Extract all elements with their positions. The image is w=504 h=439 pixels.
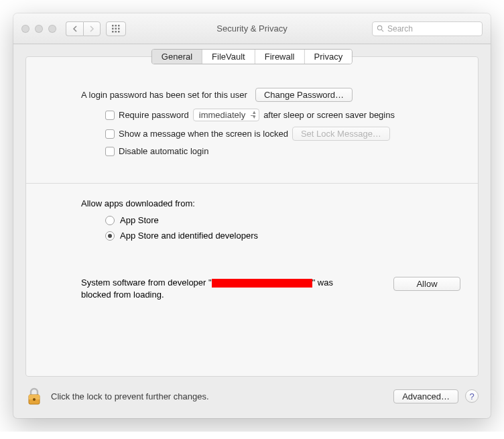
show-all-button[interactable] [106, 21, 126, 36]
svg-rect-1 [115, 25, 117, 27]
help-button[interactable]: ? [465, 389, 479, 403]
back-button[interactable] [66, 21, 83, 36]
close-window-button[interactable] [21, 25, 29, 33]
radio-app-store-input[interactable] [105, 216, 115, 225]
blocked-software-text: System software from developer "" was bl… [81, 277, 363, 300]
svg-rect-0 [112, 25, 114, 27]
search-placeholder: Search [387, 24, 413, 34]
allow-apps-label: Allow apps downloaded from: [81, 198, 460, 208]
titlebar: Security & Privacy Search [13, 13, 491, 44]
login-options: Require password immediately ▴▾ after sl… [105, 109, 460, 156]
require-password-suffix: after sleep or screen saver begins [263, 110, 395, 120]
require-password-delay-select[interactable]: immediately ▴▾ [193, 109, 259, 121]
search-icon [377, 25, 384, 32]
tab-firewall[interactable]: Firewall [255, 50, 305, 64]
divider [26, 183, 478, 184]
svg-rect-8 [118, 31, 120, 33]
disable-auto-login-checkbox[interactable] [105, 147, 115, 156]
disable-auto-login-option: Disable automatic login [105, 146, 460, 156]
window-controls [21, 25, 56, 33]
advanced-button[interactable]: Advanced… [393, 389, 458, 403]
nav-buttons [66, 21, 101, 36]
tab-filevault[interactable]: FileVault [202, 50, 255, 64]
allow-button[interactable]: Allow [393, 277, 460, 291]
login-password-label: A login password has been set for this u… [81, 90, 247, 100]
chevron-updown-icon: ▴▾ [253, 110, 256, 119]
show-message-option: Show a message when the screen is locked… [105, 127, 460, 141]
login-password-row: A login password has been set for this u… [81, 88, 460, 102]
svg-point-9 [377, 25, 381, 29]
lock-message: Click the lock to prevent further change… [51, 391, 209, 401]
forward-button[interactable] [83, 21, 101, 36]
tab-privacy[interactable]: Privacy [305, 50, 353, 64]
inner-panel: General FileVault Firewall Privacy A log… [25, 56, 479, 377]
blocked-prefix: System software from developer " [81, 277, 212, 288]
footer-right: Advanced… ? [393, 389, 479, 403]
tab-general[interactable]: General [152, 50, 202, 64]
svg-rect-6 [112, 31, 114, 33]
require-password-delay-value: immediately [199, 110, 245, 120]
radio-app-store-label: App Store [120, 215, 159, 225]
radio-app-store-identified-label: App Store and identified developers [120, 231, 258, 241]
redacted-developer-name [212, 279, 312, 288]
show-message-label: Show a message when the screen is locked [119, 129, 288, 139]
svg-rect-4 [115, 27, 117, 29]
radio-app-store-identified-input[interactable] [105, 231, 115, 241]
svg-rect-3 [112, 27, 114, 29]
svg-rect-5 [118, 27, 120, 29]
svg-point-13 [33, 398, 36, 401]
require-password-checkbox[interactable] [105, 111, 115, 120]
show-message-checkbox[interactable] [105, 129, 115, 139]
svg-rect-7 [115, 31, 117, 33]
content-area: General FileVault Firewall Privacy A log… [13, 44, 491, 377]
footer: Click the lock to prevent further change… [13, 377, 491, 418]
radio-app-store-identified[interactable]: App Store and identified developers [105, 231, 460, 241]
zoom-window-button[interactable] [48, 25, 56, 33]
require-password-option: Require password immediately ▴▾ after sl… [105, 109, 460, 121]
lock-icon[interactable] [25, 386, 43, 406]
tab-bar: General FileVault Firewall Privacy [151, 49, 353, 64]
svg-rect-2 [118, 25, 120, 27]
allow-apps-radios: App Store App Store and identified devel… [105, 215, 460, 241]
set-lock-message-button[interactable]: Set Lock Message… [292, 127, 390, 141]
search-field[interactable]: Search [372, 21, 483, 36]
svg-line-10 [381, 29, 383, 32]
disable-auto-login-label: Disable automatic login [119, 146, 208, 156]
radio-app-store[interactable]: App Store [105, 215, 460, 225]
preferences-window: Security & Privacy Search General FileVa… [13, 13, 491, 418]
blocked-software-section: System software from developer "" was bl… [81, 277, 460, 300]
require-password-prefix: Require password [119, 110, 189, 120]
minimize-window-button[interactable] [35, 25, 43, 33]
change-password-button[interactable]: Change Password… [255, 88, 353, 102]
